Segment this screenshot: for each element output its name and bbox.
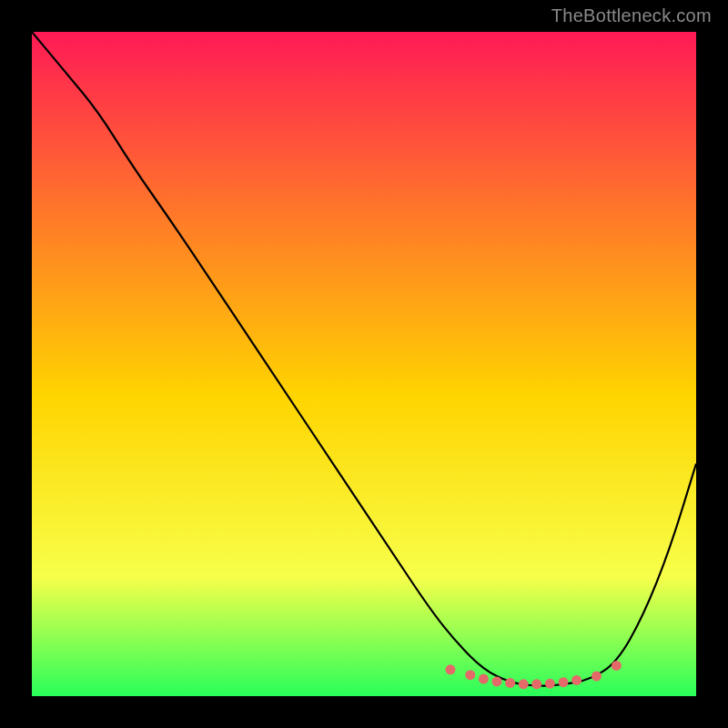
- sweet-spot-marker: [571, 675, 581, 685]
- watermark-text: TheBottleneck.com: [551, 5, 712, 26]
- sweet-spot-marker: [545, 679, 555, 689]
- plot-svg: [32, 32, 696, 696]
- chart-container: TheBottleneck.com: [0, 0, 728, 728]
- gradient-bg: [32, 32, 696, 696]
- sweet-spot-marker: [559, 677, 569, 687]
- sweet-spot-marker: [479, 674, 489, 684]
- sweet-spot-marker: [465, 670, 475, 680]
- plot-area: [32, 32, 696, 696]
- sweet-spot-marker: [519, 679, 529, 689]
- sweet-spot-marker: [445, 664, 455, 674]
- sweet-spot-marker: [592, 672, 602, 682]
- sweet-spot-marker: [612, 661, 622, 671]
- sweet-spot-marker: [505, 678, 515, 688]
- sweet-spot-marker: [492, 676, 502, 686]
- sweet-spot-marker: [531, 679, 541, 689]
